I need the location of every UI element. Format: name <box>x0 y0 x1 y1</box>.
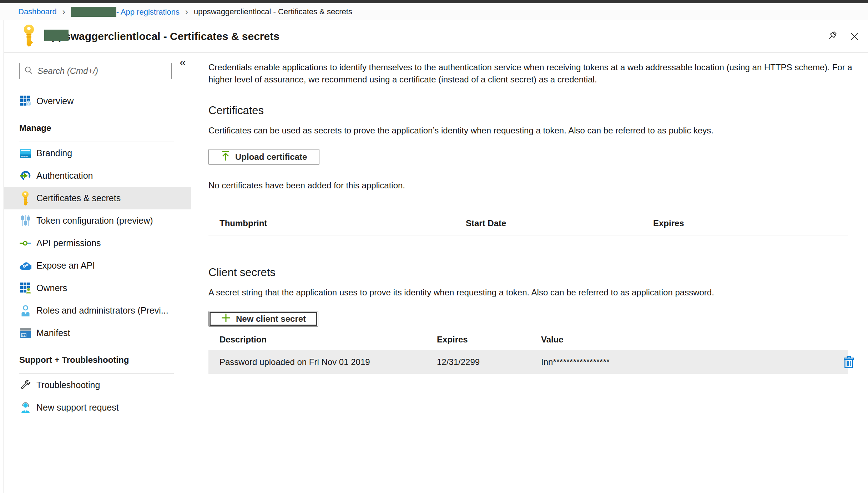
certificates-table-header: Thumbprint Start Date Expires <box>208 218 848 228</box>
secret-value: Inn***************** <box>541 357 848 367</box>
svg-text:www: www <box>21 155 28 158</box>
breadcrumb: Dashboard › - App registrations › uppswa… <box>0 3 868 20</box>
key-icon <box>23 25 35 48</box>
sliders-icon <box>19 215 31 226</box>
secret-description: Password uploaded on Fri Nov 01 2019 <box>219 357 437 367</box>
wrench-icon <box>19 380 31 391</box>
divider <box>208 235 848 235</box>
person-icon <box>19 305 31 316</box>
key-icon <box>19 191 31 205</box>
cloud-gears-icon <box>19 261 31 270</box>
column-header-description: Description <box>219 335 437 345</box>
search-input[interactable] <box>37 66 167 76</box>
app-blade: uppswaggerclientlocal - Certificates & s… <box>4 20 868 493</box>
certificates-description: Certificates can be used as secrets to p… <box>208 126 868 136</box>
column-header-expires: Expires <box>437 335 541 345</box>
sidebar-item-troubleshooting[interactable]: Troubleshooting <box>4 374 191 396</box>
certificates-heading: Certificates <box>208 104 868 117</box>
no-certificates-message: No certificates have been added for this… <box>208 181 868 190</box>
manifest-document-icon: { } <box>19 328 31 338</box>
plus-icon <box>221 313 231 325</box>
sidebar-item-overview[interactable]: Overview <box>4 90 191 112</box>
sidebar-item-branding[interactable]: www Branding <box>4 142 191 164</box>
overview-grid-icon <box>19 96 31 107</box>
top-chrome-bar <box>0 0 868 3</box>
trash-icon[interactable] <box>843 356 854 371</box>
column-header-thumbprint: Thumbprint <box>219 218 466 228</box>
sidebar-heading-support: Support + Troubleshooting <box>19 355 191 365</box>
sidebar-item-authentication[interactable]: Authentication <box>4 164 191 187</box>
sidebar-item-manifest[interactable]: { } Manifest <box>4 322 191 344</box>
support-person-icon <box>19 402 31 413</box>
sidebar: « <box>4 53 191 493</box>
client-secrets-heading: Client secrets <box>208 266 868 279</box>
close-icon[interactable] <box>849 31 860 42</box>
redaction-block <box>44 30 69 41</box>
client-secret-row: Password uploaded on Fri Nov 01 2019 12/… <box>208 350 848 374</box>
sidebar-item-new-support-request[interactable]: New support request <box>4 396 191 419</box>
owners-grid-person-icon <box>19 283 31 294</box>
sidebar-item-api-permissions[interactable]: API permissions <box>4 232 191 254</box>
upload-certificate-button[interactable]: Upload certificate <box>208 149 319 165</box>
new-client-secret-button[interactable]: New client secret <box>208 311 318 327</box>
sidebar-item-roles-administrators[interactable]: Roles and administrators (Previ... <box>4 299 191 322</box>
column-header-expires: Expires <box>653 218 848 228</box>
column-header-value: Value <box>541 335 848 345</box>
sidebar-item-expose-an-api[interactable]: Expose an API <box>4 254 191 277</box>
svg-text:{ }: { } <box>22 334 25 337</box>
breadcrumb-dashboard-link[interactable]: Dashboard <box>18 7 57 16</box>
pin-icon[interactable] <box>827 31 838 42</box>
breadcrumb-separator: › <box>62 7 65 17</box>
client-secrets-table-header: Description Expires Value <box>208 335 848 345</box>
upload-arrow-icon <box>221 151 230 163</box>
api-permissions-icon <box>19 240 31 246</box>
secret-expires: 12/31/2299 <box>437 357 541 367</box>
main-content: Credentials enable applications to ident… <box>191 53 868 493</box>
sidebar-item-owners[interactable]: Owners <box>4 277 191 299</box>
page-title: uppswaggerclientlocal - Certificates & s… <box>45 30 279 42</box>
redaction-block <box>71 7 116 17</box>
breadcrumb-app-registrations-link[interactable]: - App registrations <box>71 7 180 17</box>
breadcrumb-current-page: uppswaggerclientlocal - Certificates & s… <box>194 7 352 16</box>
breadcrumb-separator: › <box>185 7 188 17</box>
sidebar-heading-manage: Manage <box>19 123 191 133</box>
branding-icon: www <box>19 149 31 158</box>
client-secrets-description: A secret string that the application use… <box>208 288 868 298</box>
credentials-intro-text: Credentials enable applications to ident… <box>208 61 854 86</box>
authentication-icon <box>19 170 31 181</box>
sidebar-search <box>19 63 172 79</box>
sidebar-item-token-configuration[interactable]: Token configuration (preview) <box>4 209 191 232</box>
column-header-start-date: Start Date <box>466 218 653 228</box>
collapse-sidebar-icon[interactable]: « <box>180 56 186 68</box>
blade-header: uppswaggerclientlocal - Certificates & s… <box>4 20 868 53</box>
sidebar-item-certificates-secrets[interactable]: Certificates & secrets <box>4 187 191 209</box>
search-icon <box>24 66 33 76</box>
